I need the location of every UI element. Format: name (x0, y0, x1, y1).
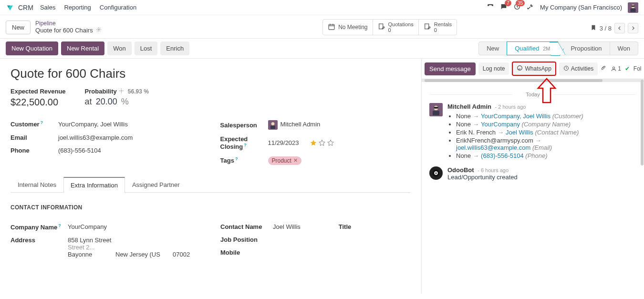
tags-label: Tags (220, 156, 263, 164)
address-city[interactable]: Bayonne (68, 251, 111, 258)
document-edit-icon (378, 23, 385, 32)
follow-label[interactable]: Fol (634, 65, 642, 72)
breadcrumb-title: Quote for 600 Chairs (35, 27, 93, 34)
send-message-button[interactable]: Send message (425, 62, 476, 75)
change-link[interactable]: joel.willis63@example.com (456, 144, 530, 151)
activities-icon[interactable]: 35 (513, 3, 521, 12)
stage-proposition[interactable]: Proposition (558, 41, 610, 55)
star-icon[interactable] (318, 139, 326, 147)
message-time: - 2 hours ago (495, 104, 526, 110)
stage-qualified[interactable]: Qualified 2M (507, 41, 558, 55)
change-link[interactable]: YourCompany, Joel Willis (481, 113, 551, 120)
salesperson-value[interactable]: Mitchell Admin (280, 121, 321, 128)
action-bar: New Quotation New Rental Won Lost Enrich… (0, 38, 644, 59)
whatsapp-button[interactable]: WhatsApp (512, 62, 556, 76)
probability-unit: % (121, 97, 129, 107)
address-state[interactable]: New Jersey (US (115, 251, 168, 258)
new-record-button[interactable]: New (6, 21, 31, 34)
enrich-button[interactable]: Enrich (160, 41, 189, 55)
bookmark-icon[interactable] (590, 24, 597, 32)
message-author[interactable]: OdooBot (447, 166, 474, 174)
voip-icon[interactable] (487, 3, 494, 12)
stat-rentals[interactable]: Rentals0 (419, 20, 457, 35)
nav-configuration[interactable]: Configuration (100, 4, 136, 11)
contact-name-value[interactable]: Joel Willis (273, 223, 301, 230)
followers-icon[interactable]: 1 (611, 65, 621, 72)
address-street[interactable]: 858 Lynn Street (68, 237, 201, 244)
chatter: Send message Log note WhatsApp Activitie… (421, 59, 644, 294)
phone-value[interactable]: (683)-556-5104 (58, 147, 101, 154)
app-logo-icon[interactable] (6, 3, 14, 12)
probability-gear-icon[interactable] (119, 88, 124, 95)
expected-revenue-value[interactable]: $22,500.00 (10, 97, 66, 108)
change-list: None→YourCompany, Joel Willis (Customer)… (447, 112, 583, 160)
svg-rect-8 (329, 24, 334, 30)
tab-assigned-partner[interactable]: Assigned Partner (125, 177, 187, 193)
stat-quotations[interactable]: Quotations0 (373, 20, 419, 35)
user-avatar[interactable] (628, 2, 638, 13)
company-name-value[interactable]: YourCompany (68, 223, 107, 230)
star-icon[interactable] (310, 139, 317, 147)
tools-icon[interactable] (527, 3, 534, 12)
change-link[interactable]: YourCompany (481, 121, 520, 128)
company-switcher[interactable]: My Company (San Francisco) (540, 4, 622, 11)
expected-closing-value[interactable]: 11/29/2023 (268, 139, 299, 146)
stat-quotations-count: 0 (388, 27, 414, 33)
top-navbar: CRM Sales Reporting Configuration 7 35 M… (0, 0, 644, 15)
stage-won[interactable]: Won (610, 41, 639, 55)
address-zip[interactable]: 07002 (173, 251, 201, 258)
svg-rect-5 (631, 8, 636, 11)
tabs: Internal Notes Extra Information Assigne… (10, 176, 411, 193)
contact-name-label: Contact Name (220, 223, 268, 230)
customer-value[interactable]: YourCompany, Joel Willis (58, 121, 128, 128)
pager-prev[interactable] (614, 23, 625, 33)
message-author[interactable]: Mitchell Admin (447, 103, 491, 110)
attachment-icon[interactable] (601, 65, 607, 72)
stat-quotations-label: Quotations (388, 21, 414, 27)
stat-meetings[interactable]: No Meeting (323, 20, 373, 35)
probability-value[interactable]: 20.00 (96, 97, 117, 107)
pager-next[interactable] (628, 23, 638, 33)
won-button[interactable]: Won (107, 41, 132, 55)
email-value[interactable]: joel.willis63@example.com (58, 134, 133, 141)
breadcrumb-gear-icon[interactable] (96, 27, 102, 34)
follow-check-icon[interactable]: ✔ (625, 65, 630, 72)
message-time: - 6 hours ago (478, 167, 509, 173)
stat-rentals-count: 0 (434, 27, 452, 33)
change-link[interactable]: Joel Willis (506, 129, 533, 136)
stage-bar: New Qualified 2M Proposition Won (479, 41, 638, 55)
activities-button[interactable]: Activities (559, 62, 598, 75)
nav-sales[interactable]: Sales (40, 4, 56, 11)
document-edit-icon (424, 23, 431, 32)
lost-button[interactable]: Lost (135, 41, 158, 55)
vertical-scrollbar[interactable] (640, 80, 644, 294)
new-rental-button[interactable]: New Rental (61, 41, 104, 55)
day-separator: Today (429, 92, 636, 97)
priority-stars[interactable] (310, 139, 334, 147)
svg-rect-22 (434, 107, 438, 109)
salesperson-label: Salesperson (220, 122, 263, 129)
nav-reporting[interactable]: Reporting (64, 4, 91, 11)
customer-label: Customer (10, 120, 53, 128)
new-quotation-button[interactable]: New Quotation (6, 41, 58, 55)
bot-avatar (429, 166, 443, 180)
record-title[interactable]: Quote for 600 Chairs (10, 66, 411, 81)
tab-internal-notes[interactable]: Internal Notes (10, 177, 63, 193)
company-name-label: Company Name (10, 223, 63, 231)
at-label: at (85, 97, 92, 107)
stat-meetings-label: No Meeting (338, 24, 367, 31)
stage-new[interactable]: New (478, 41, 507, 55)
calendar-icon (328, 23, 335, 32)
app-name[interactable]: CRM (18, 4, 33, 11)
address-street2[interactable]: Street 2... (68, 244, 201, 251)
svg-point-7 (98, 29, 99, 31)
messaging-icon[interactable]: 7 (500, 3, 508, 12)
form-view: Quote for 600 Chairs Expected Revenue $2… (0, 59, 421, 294)
tag-chip[interactable]: Product✕ (268, 156, 301, 165)
change-link[interactable]: (683)-556-5104 (481, 152, 524, 159)
breadcrumb-parent[interactable]: Pipeline (35, 20, 102, 27)
tab-extra-information[interactable]: Extra Information (63, 177, 125, 193)
tag-remove-icon[interactable]: ✕ (293, 157, 298, 164)
log-note-button[interactable]: Log note (478, 62, 509, 75)
star-icon[interactable] (327, 139, 334, 147)
